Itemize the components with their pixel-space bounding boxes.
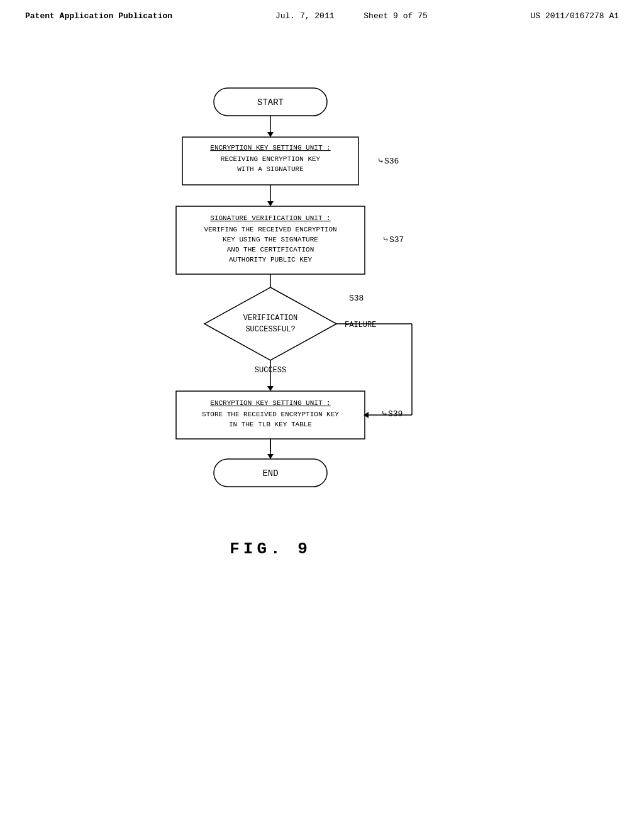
svg-marker-42 <box>364 412 369 418</box>
svg-text:FIG. 9: FIG. 9 <box>230 540 311 558</box>
svg-text:SUCCESSFUL?: SUCCESSFUL? <box>245 325 295 334</box>
svg-text:SUCCESS: SUCCESS <box>255 366 286 375</box>
main-svg: START ENCRYPTION KEY SETTING UNIT : RECE… <box>0 38 644 729</box>
svg-marker-16 <box>267 201 274 206</box>
svg-rect-10 <box>182 137 358 185</box>
svg-text:S38: S38 <box>349 294 364 303</box>
page-header: Patent Application Publication Jul. 7, 2… <box>0 0 644 21</box>
svg-text:ENCRYPTION KEY SETTING UNIT :: ENCRYPTION KEY SETTING UNIT : <box>210 399 330 407</box>
svg-text:START: START <box>257 97 284 108</box>
svg-text:⤷S36: ⤷S36 <box>377 157 399 166</box>
svg-text:RECEIVING ENCRYPTION KEY: RECEIVING ENCRYPTION KEY <box>221 155 321 163</box>
svg-text:VERIFING THE RECEIVED ENCRYPTI: VERIFING THE RECEIVED ENCRYPTION <box>204 226 336 233</box>
svg-text:END: END <box>262 468 278 479</box>
svg-text:STORE THE RECEIVED ENCRYPTION : STORE THE RECEIVED ENCRYPTION KEY <box>202 411 339 418</box>
svg-text:VERIFICATION: VERIFICATION <box>243 314 297 323</box>
header-right: US 2011/0167278 A1 <box>531 11 619 21</box>
svg-marker-27 <box>204 287 336 360</box>
svg-rect-34 <box>176 391 365 439</box>
svg-text:SIGNATURE VERIFICATION UNIT :: SIGNATURE VERIFICATION UNIT : <box>210 214 330 222</box>
svg-text:AUTHORITY PUBLIC KEY: AUTHORITY PUBLIC KEY <box>229 256 312 263</box>
svg-marker-25 <box>267 289 274 294</box>
full-page: START ENCRYPTION KEY SETTING UNIT : RECE… <box>0 0 644 830</box>
svg-text:KEY USING THE SIGNATURE: KEY USING THE SIGNATURE <box>223 236 318 243</box>
svg-marker-9 <box>267 132 274 137</box>
svg-marker-33 <box>267 386 274 391</box>
svg-text:IN THE TLB KEY TABLE: IN THE TLB KEY TABLE <box>229 421 312 428</box>
header-left: Patent Application Publication <box>25 11 172 21</box>
svg-rect-6 <box>214 88 327 116</box>
svg-rect-17 <box>176 206 365 274</box>
svg-text:FAILURE: FAILURE <box>345 321 376 329</box>
svg-text:WITH A SIGNATURE: WITH A SIGNATURE <box>237 165 304 173</box>
svg-text:⤷S39: ⤷S39 <box>381 409 402 419</box>
svg-text:⤷S37: ⤷S37 <box>382 235 404 245</box>
svg-text:ENCRYPTION KEY SETTING UNIT :: ENCRYPTION KEY SETTING UNIT : <box>210 144 330 152</box>
header-date: Jul. 7, 2011 Sheet 9 of 75 <box>275 11 428 21</box>
svg-rect-46 <box>214 459 327 487</box>
header-sheet: Sheet 9 of 75 <box>364 11 427 21</box>
svg-marker-45 <box>267 454 274 459</box>
svg-text:AND THE CERTIFICATION: AND THE CERTIFICATION <box>227 246 314 253</box>
